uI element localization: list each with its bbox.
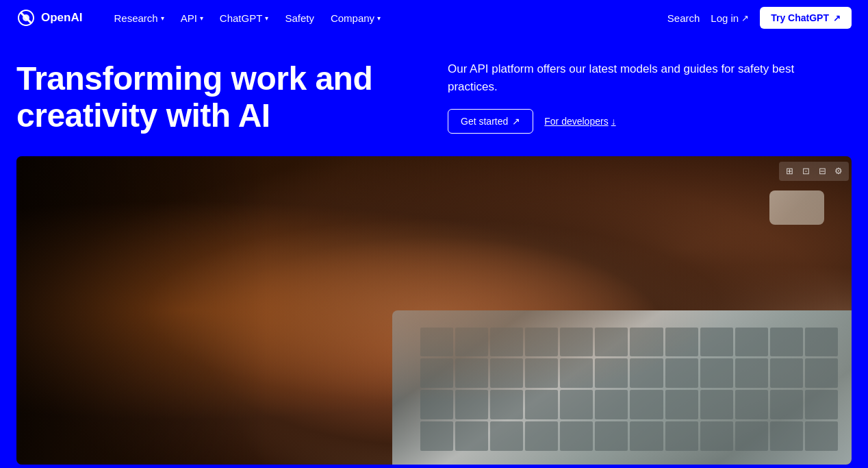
nav-right: Search Log in ↗ Try ChatGPT ↗ — [667, 7, 852, 29]
chevron-down-icon: ▾ — [161, 14, 164, 22]
openai-logo-icon — [16, 8, 36, 27]
nav-research[interactable]: Research ▾ — [107, 8, 170, 28]
toolbar-settings-icon[interactable]: ⚙ — [831, 164, 846, 179]
nav-safety[interactable]: Safety — [278, 8, 321, 28]
nav-links: Research ▾ API ▾ ChatGPT ▾ Safety Compan… — [107, 8, 667, 28]
nav-company[interactable]: Company ▾ — [324, 8, 387, 28]
hero-section: Transforming work and creativity with AI… — [0, 36, 868, 156]
try-chatgpt-button[interactable]: Try ChatGPT ↗ — [760, 7, 852, 29]
toolbar-grid-icon[interactable]: ⊞ — [782, 164, 797, 179]
nav-api[interactable]: API ▾ — [174, 8, 210, 28]
hero-headline: Transforming work and creativity with AI — [16, 60, 420, 134]
hero-buttons: Get started ↗ For developers ↓ — [448, 109, 852, 134]
svg-point-0 — [23, 14, 29, 21]
toolbar-frame-icon[interactable]: ⊡ — [798, 164, 813, 179]
toolbar-collapse-icon[interactable]: ⊟ — [815, 164, 830, 179]
image-toolbar: ⊞ ⊡ ⊟ ⚙ — [779, 162, 849, 181]
hero-image — [16, 156, 852, 465]
hero-image-section: ⊞ ⊡ ⊟ ⚙ — [0, 156, 868, 465]
chevron-down-icon: ▾ — [377, 14, 381, 22]
hero-right: Our API platform offers our latest model… — [448, 60, 852, 134]
search-link[interactable]: Search — [667, 12, 700, 24]
for-developers-button[interactable]: For developers ↓ — [544, 116, 615, 127]
phone-element — [769, 190, 824, 225]
get-started-button[interactable]: Get started ↗ — [448, 109, 533, 134]
hero-left: Transforming work and creativity with AI — [16, 60, 420, 134]
logo-text: OpenAI — [41, 11, 82, 25]
logo-link[interactable]: OpenAI — [16, 8, 82, 27]
chevron-down-icon: ▾ — [265, 14, 268, 22]
hero-image-bg — [16, 156, 852, 465]
hero-description: Our API platform offers our latest model… — [448, 60, 804, 95]
navbar: OpenAI Research ▾ API ▾ ChatGPT ▾ Safety… — [0, 0, 868, 36]
nav-chatgpt[interactable]: ChatGPT ▾ — [213, 8, 276, 28]
chevron-down-icon: ▾ — [200, 14, 203, 22]
login-link[interactable]: Log in ↗ — [711, 12, 749, 24]
image-warm-overlay — [142, 218, 726, 403]
